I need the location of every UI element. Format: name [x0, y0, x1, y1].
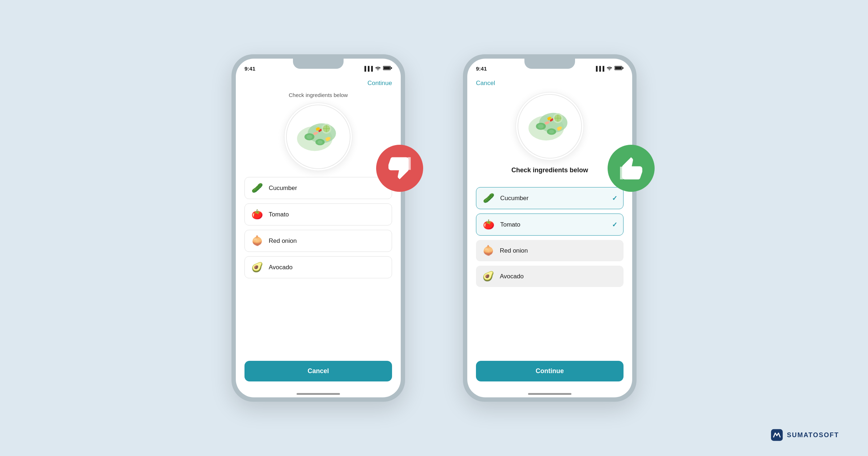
content-bad: Check ingredients below [236, 92, 401, 390]
ingredient-redonion-good[interactable]: 🧅 Red onion [476, 240, 624, 261]
avocado-icon-bad: 🥑 [251, 262, 264, 273]
cucumber-icon-good: 🥒 [482, 193, 495, 204]
content-good: Check ingredients below 🥒 Cucumber ✓ 🍅 T… [467, 92, 632, 390]
branding: SUMATOSOFT [770, 428, 839, 442]
home-indicator-good [467, 390, 632, 397]
svg-point-23 [549, 130, 554, 134]
cucumber-name-good: Cucumber [500, 195, 607, 202]
ingredients-list-good: 🥒 Cucumber ✓ 🍅 Tomato ✓ 🧅 Red onion [476, 187, 624, 287]
brand-name-label: SUMATOSOFT [787, 431, 839, 439]
svg-rect-16 [622, 67, 624, 69]
svg-rect-15 [615, 67, 622, 69]
nav-continue-bad[interactable]: Continue [367, 80, 392, 87]
status-time-good: 9:41 [476, 66, 487, 72]
food-section-good: Check ingredients below [511, 92, 588, 181]
tomato-name-good: Tomato [500, 221, 607, 228]
avocado-name-good: Avocado [500, 273, 618, 280]
svg-point-7 [307, 135, 312, 139]
continue-button[interactable]: Continue [476, 361, 624, 381]
cucumber-name-bad: Cucumber [269, 185, 386, 192]
home-bar-good [528, 393, 571, 395]
redonion-name-bad: Red onion [269, 237, 386, 245]
redonion-icon-bad: 🧅 [251, 235, 264, 246]
thumbs-up-icon [618, 156, 644, 181]
canvas: 9:41 ▐▐▐ Continue Chec [0, 0, 868, 456]
avocado-icon-good: 🥑 [482, 271, 495, 282]
food-plate-good [515, 92, 584, 161]
tomato-icon-bad: 🍅 [251, 209, 264, 220]
notch-bad [293, 59, 344, 69]
food-plate-bad [284, 102, 353, 171]
ingredient-cucumber-bad[interactable]: 🥒 Cucumber [244, 177, 392, 199]
redonion-icon-good: 🧅 [482, 245, 495, 256]
tomato-icon-good: 🍅 [482, 219, 495, 230]
battery-icon-bad [383, 66, 392, 71]
phone-good-screen: 9:41 ▐▐▐ Cancel [467, 59, 632, 397]
nav-bar-bad: Continue [236, 76, 401, 92]
nav-bar-good: Cancel [467, 76, 632, 92]
battery-icon-good [614, 66, 624, 71]
wifi-icon-bad [375, 66, 381, 71]
tomato-check-good: ✓ [612, 221, 617, 229]
food-section-bad: Check ingredients below [284, 92, 353, 171]
section-title-bad: Check ingredients below [289, 92, 348, 98]
ingredient-tomato-bad[interactable]: 🍅 Tomato [244, 203, 392, 225]
signal-icon-good: ▐▐▐ [594, 66, 604, 71]
svg-point-21 [538, 124, 544, 128]
section-title-good: Check ingredients below [511, 166, 588, 174]
thumbs-down-icon [387, 156, 412, 181]
phone-bad: 9:41 ▐▐▐ Continue Chec [231, 54, 405, 402]
ingredient-redonion-bad[interactable]: 🧅 Red onion [244, 230, 392, 252]
cancel-button[interactable]: Cancel [244, 361, 392, 381]
phone-bad-screen: 9:41 ▐▐▐ Continue Chec [236, 59, 401, 397]
notch-good [524, 59, 575, 69]
redonion-name-good: Red onion [500, 247, 618, 254]
thumbs-down-badge [376, 145, 423, 192]
status-icons-bad: ▐▐▐ [363, 66, 392, 71]
ingredient-avocado-bad[interactable]: 🥑 Avocado [244, 256, 392, 278]
svg-rect-2 [391, 67, 392, 69]
cucumber-check-good: ✓ [612, 194, 617, 202]
ingredients-list-bad: 🥒 Cucumber 🍅 Tomato 🧅 Red onion 🥑 Avocad… [244, 177, 392, 278]
ingredient-tomato-good[interactable]: 🍅 Tomato ✓ [476, 214, 624, 236]
sumatosoft-logo [770, 428, 783, 442]
svg-point-9 [318, 140, 323, 144]
cucumber-icon-bad: 🥒 [251, 182, 264, 194]
avocado-name-bad: Avocado [269, 264, 386, 271]
status-icons-good: ▐▐▐ [594, 66, 624, 71]
thumbs-up-badge [608, 145, 655, 192]
ingredient-avocado-good[interactable]: 🥑 Avocado [476, 266, 624, 287]
wifi-icon-good [607, 66, 612, 71]
phone-good: 9:41 ▐▐▐ Cancel [463, 54, 637, 402]
status-time-bad: 9:41 [244, 66, 255, 72]
tomato-name-bad: Tomato [269, 211, 386, 218]
signal-icon-bad: ▐▐▐ [363, 66, 373, 71]
home-bar-bad [297, 393, 340, 395]
svg-rect-1 [384, 67, 390, 69]
home-indicator-bad [236, 390, 401, 397]
ingredient-cucumber-good[interactable]: 🥒 Cucumber ✓ [476, 187, 624, 209]
nav-cancel-good[interactable]: Cancel [476, 80, 495, 87]
